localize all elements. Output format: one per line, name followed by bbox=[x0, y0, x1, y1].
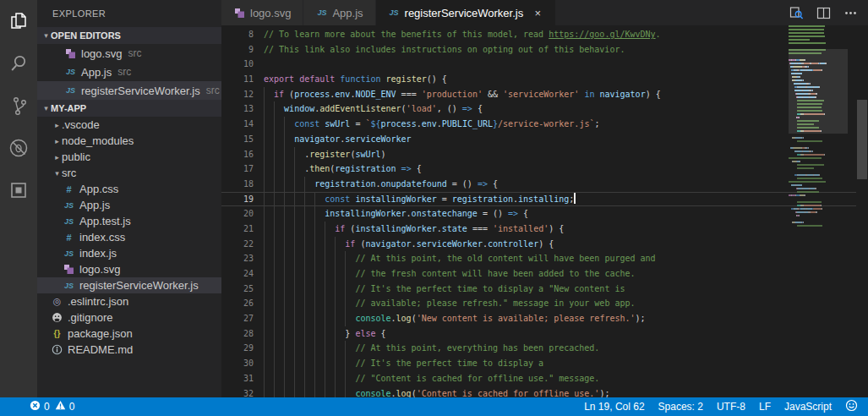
code-line-28[interactable]: 28 } else { bbox=[221, 326, 856, 342]
code-line-29[interactable]: 29 // At this point, everything has been… bbox=[221, 341, 856, 356]
code-editor[interactable]: 8// To learn more about the benefits of … bbox=[221, 25, 868, 397]
code-token: navigator bbox=[365, 239, 411, 249]
tree-item-src[interactable]: ▾src bbox=[37, 165, 221, 181]
open-editor-app-js[interactable]: JSApp.jssrc bbox=[37, 63, 221, 81]
extensions-icon[interactable] bbox=[0, 169, 37, 211]
tab-logo-svg[interactable]: logo.svg bbox=[221, 0, 303, 25]
code-line-25[interactable]: 25 // It's the perfect time to display a… bbox=[221, 282, 856, 297]
tree-item-app-test-js[interactable]: JSApp.test.js bbox=[37, 213, 221, 229]
status-errors-count: 0 bbox=[44, 401, 50, 413]
tree-item-app-css[interactable]: #App.css bbox=[37, 181, 221, 197]
scrollbar-thumb[interactable] bbox=[857, 100, 867, 179]
warning-icon bbox=[55, 400, 66, 413]
code-line-20[interactable]: 20 installingWorker.onstatechange = () =… bbox=[221, 206, 856, 222]
tree-item-eslintrc-json[interactable]: ◎.eslintrc.json bbox=[37, 293, 221, 309]
status-encoding[interactable]: UTF-8 bbox=[717, 401, 745, 413]
code-line-14[interactable]: 14 const swUrl = `${process.env.PUBLIC_U… bbox=[221, 117, 856, 132]
code-line-13[interactable]: 13 window.addEventListener('load', () =>… bbox=[221, 101, 856, 117]
tree-item-app-js[interactable]: JSApp.js bbox=[37, 197, 221, 213]
code-line-12[interactable]: 12 if (process.env.NODE_ENV === 'product… bbox=[221, 87, 856, 102]
minimap-token bbox=[796, 184, 802, 186]
tree-item-public[interactable]: ▸public bbox=[37, 149, 221, 165]
tree-item-package-json[interactable]: {}package.json bbox=[37, 326, 221, 342]
minimap-line bbox=[789, 178, 848, 179]
code-line-23[interactable]: 23 // At this point, the old content wil… bbox=[221, 251, 856, 266]
code-line-19[interactable]: 19 const installingWorker = registration… bbox=[221, 192, 856, 207]
code-line-8[interactable]: 8// To learn more about the benefits of … bbox=[221, 27, 856, 42]
status-errors[interactable]: 0 bbox=[30, 400, 50, 413]
code-line-27[interactable]: 27 console.log('New content is available… bbox=[221, 311, 856, 326]
minimap-viewport[interactable] bbox=[789, 49, 848, 134]
indent-guide bbox=[264, 326, 265, 342]
code-line-16[interactable]: 16 .register(swUrl) bbox=[221, 147, 856, 162]
line-number: 13 bbox=[221, 101, 254, 117]
code-line-32[interactable]: 32 console.log('Content is cached for of… bbox=[221, 386, 856, 398]
tree-item-logo-svg[interactable]: logo.svg bbox=[37, 261, 221, 277]
source-control-icon[interactable] bbox=[0, 85, 37, 127]
code-token: controller bbox=[488, 239, 538, 249]
indent-guide bbox=[335, 386, 336, 398]
status-feedback[interactable] bbox=[845, 399, 858, 414]
tab-registerserviceworker-js[interactable]: JSregisterServiceWorker.js× bbox=[376, 0, 557, 25]
code-line-18[interactable]: 18 registration.onupdatefound = () => { bbox=[221, 177, 856, 192]
code-line-30[interactable]: 30 // It's the perfect time to display a bbox=[221, 356, 856, 371]
code-token: process bbox=[294, 90, 330, 99]
tree-item-index-js[interactable]: JSindex.js bbox=[37, 245, 221, 261]
section-header-open-editors[interactable]: ▾OPEN EDITORS bbox=[37, 27, 221, 44]
tree-item-registerserviceworker-js[interactable]: JSregisterServiceWorker.js bbox=[37, 277, 221, 293]
file-label: App.test.js bbox=[79, 215, 131, 227]
code-text: // At this point, the old content will h… bbox=[264, 251, 656, 266]
open-preview-icon[interactable] bbox=[787, 3, 805, 22]
more-actions-icon[interactable] bbox=[841, 3, 860, 22]
code-line-31[interactable]: 31 // "Content is cached for offline use… bbox=[221, 371, 856, 386]
status-language-mode[interactable]: JavaScript bbox=[784, 401, 832, 413]
code-line-26[interactable]: 26 // available; please refresh." messag… bbox=[221, 296, 856, 311]
open-editor-logo-svg[interactable]: logo.svgsrc bbox=[37, 44, 221, 63]
tree-item-readme-md[interactable]: README.md bbox=[37, 342, 221, 358]
code-line-22[interactable]: 22 if (navigator.serviceWorker.controlle… bbox=[221, 237, 856, 252]
code-line-11[interactable]: 11export default function register() { bbox=[221, 72, 856, 87]
tree-item-gitignore[interactable]: .gitignore bbox=[37, 309, 221, 326]
indent-guide bbox=[345, 371, 346, 386]
status-warnings[interactable]: 0 bbox=[55, 400, 75, 413]
code-token: ) { bbox=[646, 90, 661, 99]
minimap-token bbox=[825, 181, 826, 183]
indent-guide bbox=[304, 326, 305, 342]
indent-guide bbox=[304, 237, 305, 252]
debug-icon[interactable] bbox=[0, 127, 37, 169]
indent-guide bbox=[345, 356, 346, 371]
tree-item-node-modules[interactable]: ▸node_modules bbox=[37, 133, 221, 149]
minimap-token bbox=[800, 161, 800, 162]
github-file-icon bbox=[51, 312, 63, 323]
status-cursor-position[interactable]: Ln 19, Col 62 bbox=[584, 401, 644, 413]
tree-item-index-css[interactable]: #index.css bbox=[37, 229, 221, 245]
open-editor-registerserviceworker-js[interactable]: JSregisterServiceWorker.jssrc bbox=[37, 81, 221, 100]
code-line-15[interactable]: 15 navigator.serviceWorker bbox=[221, 132, 856, 147]
tree-item-vscode[interactable]: ▸.vscode bbox=[37, 117, 221, 133]
code-line-9[interactable]: 9// This link also includes instructions… bbox=[221, 42, 856, 57]
code-line-24[interactable]: 24 // the fresh content will have been a… bbox=[221, 266, 856, 282]
indent-guide bbox=[314, 296, 315, 311]
code-line-17[interactable]: 17 .then(registration => { bbox=[221, 161, 856, 177]
status-indentation[interactable]: Spaces: 2 bbox=[658, 401, 703, 413]
indent-guide bbox=[314, 356, 315, 371]
code-line-21[interactable]: 21 if (installingWorker.state === 'insta… bbox=[221, 222, 856, 237]
status-eol[interactable]: LF bbox=[759, 401, 771, 413]
search-icon[interactable] bbox=[0, 42, 37, 85]
explorer-sidebar: EXPLORER ▾OPEN EDITORSlogo.svgsrcJSApp.j… bbox=[37, 0, 221, 397]
code-line-10[interactable]: 10 bbox=[221, 57, 856, 72]
explorer-icon[interactable] bbox=[0, 0, 37, 42]
section-header-my-app[interactable]: ▾MY-APP bbox=[37, 100, 221, 117]
indent-guide bbox=[274, 296, 275, 311]
svg-file-icon bbox=[63, 264, 74, 275]
close-icon[interactable]: × bbox=[532, 7, 543, 19]
code-token: then bbox=[309, 164, 330, 173]
code-text: // It's the perfect time to display a bbox=[264, 356, 543, 371]
indent-guide bbox=[284, 206, 285, 222]
tab-app-js[interactable]: JSApp.js bbox=[303, 0, 375, 25]
minimap-line bbox=[789, 211, 848, 213]
split-editor-icon[interactable] bbox=[814, 3, 833, 22]
minimap[interactable] bbox=[789, 25, 848, 279]
code-token: ) { bbox=[549, 224, 564, 233]
css-file-icon: # bbox=[63, 233, 75, 243]
